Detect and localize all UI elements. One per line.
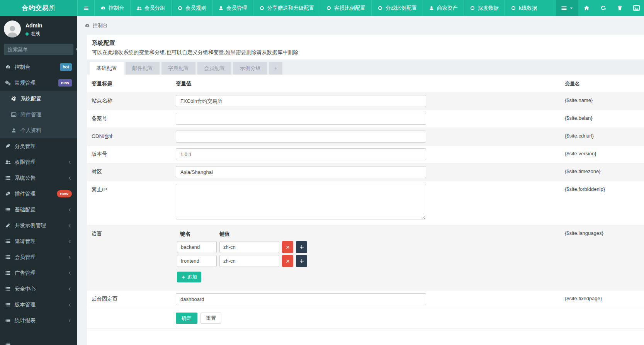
user-avatar-button[interactable] bbox=[628, 0, 644, 16]
trash-button[interactable] bbox=[612, 0, 628, 16]
sidebar-item-插件管理[interactable]: 插件管理new bbox=[0, 186, 77, 202]
sidebar-item-常规管理[interactable]: 常规管理new bbox=[0, 75, 77, 91]
config-tabs: 基础配置邮件配置字典配置会员配置示例分组+ bbox=[87, 59, 644, 75]
home-button[interactable] bbox=[578, 0, 595, 16]
gear-icon bbox=[11, 96, 17, 102]
nav-item-0[interactable]: 控制台 bbox=[94, 0, 130, 16]
tabs-list-dropdown[interactable] bbox=[556, 0, 578, 16]
row-label: CDN地址 bbox=[87, 128, 176, 145]
panel-heading: 系统配置 可以在此增改系统的变量和分组,也可以自定义分组和变量,如果需要删除请从… bbox=[87, 35, 644, 59]
sidebar-item-开发示例管理[interactable]: 开发示例管理 bbox=[0, 218, 77, 233]
page-description: 可以在此增改系统的变量和分组,也可以自定义分组和变量,如果需要删除请从数据库中删… bbox=[92, 49, 639, 56]
nav-item-4[interactable]: 分享赠送和升级配置 bbox=[253, 0, 320, 16]
config-input-备案号[interactable] bbox=[176, 113, 426, 125]
tab-邮件配置[interactable]: 邮件配置 bbox=[126, 62, 160, 75]
kv-key-input[interactable] bbox=[177, 241, 217, 253]
table-row-禁止IP: 禁止IP{$site.forbiddenip} bbox=[87, 181, 644, 225]
sidebar-item-个人资料[interactable]: 个人资料 bbox=[0, 122, 77, 138]
sidebar-item-广告管理[interactable]: 广告管理 bbox=[0, 265, 77, 281]
submit-button[interactable]: 确定 bbox=[176, 313, 197, 324]
delete-row-button[interactable] bbox=[282, 255, 293, 267]
move-row-button[interactable] bbox=[296, 241, 307, 253]
hamburger-icon bbox=[83, 5, 89, 11]
config-input-后台固定页[interactable] bbox=[176, 293, 426, 305]
sidebar-item-分类管理[interactable]: 分类管理 bbox=[0, 138, 77, 154]
sidebar-item-权限管理[interactable]: 权限管理 bbox=[0, 154, 77, 170]
row-label: 禁止IP bbox=[87, 181, 176, 225]
tab-会员配置[interactable]: 会员配置 bbox=[197, 62, 231, 75]
chevron-left-icon bbox=[68, 255, 72, 259]
sidebar-item-label: 系统配置 bbox=[20, 95, 41, 102]
sidebar-item-系统公告[interactable]: 系统公告 bbox=[0, 170, 77, 186]
user-status[interactable]: 在线 bbox=[25, 31, 42, 37]
sidebar-item-版本管理[interactable]: 版本管理 bbox=[0, 297, 77, 313]
append-button[interactable]: 追加 bbox=[177, 272, 201, 282]
sidebar-item-label: 插件管理 bbox=[15, 190, 36, 197]
sidebar-item-附件管理[interactable]: 附件管理 bbox=[0, 107, 77, 122]
sidebar-menu: 控制台hot常规管理new系统配置附件管理个人资料分类管理权限管理系统公告插件管… bbox=[0, 59, 77, 345]
nav-item-label: 商家资产 bbox=[437, 5, 458, 12]
nav-item-1[interactable]: 会员分组 bbox=[130, 0, 171, 16]
kv-value-input[interactable] bbox=[219, 241, 279, 253]
sidebar-item-控制台[interactable]: 控制台hot bbox=[0, 59, 77, 75]
list-icon bbox=[5, 207, 11, 212]
nav-item-5[interactable]: 客损比例配置 bbox=[320, 0, 371, 16]
nav-item-7[interactable]: 商家资产 bbox=[423, 0, 464, 16]
tab-字典配置[interactable]: 字典配置 bbox=[161, 62, 195, 75]
config-textarea-禁止IP[interactable] bbox=[176, 184, 426, 219]
sidebar-item-系统配置[interactable]: 系统配置 bbox=[0, 91, 77, 107]
table-row-站点名称: 站点名称{$site.name} bbox=[87, 92, 644, 110]
nav-item-6[interactable]: 分成比例配置 bbox=[371, 0, 423, 16]
refresh-button[interactable] bbox=[595, 0, 612, 16]
table-row-后台固定页: 后台固定页{$site.fixedpage} bbox=[87, 291, 644, 308]
nav-item-8[interactable]: 深度数据 bbox=[464, 0, 505, 16]
image-icon bbox=[11, 112, 17, 117]
config-input-站点名称[interactable] bbox=[176, 95, 426, 107]
search-input[interactable] bbox=[8, 47, 76, 53]
users-icon bbox=[136, 5, 142, 11]
chevron-left-icon bbox=[68, 271, 72, 275]
sidebar-item-安全中心[interactable]: 安全中心 bbox=[0, 281, 77, 297]
sidebar-item-partial[interactable] bbox=[0, 337, 77, 345]
kv-key-input[interactable] bbox=[177, 255, 217, 267]
add-tab-button[interactable]: + bbox=[269, 62, 282, 75]
sidebar-item-会员管理[interactable]: 会员管理 bbox=[0, 249, 77, 265]
sidebar-item-label: 版本管理 bbox=[15, 301, 36, 308]
sidebar-toggle-button[interactable] bbox=[77, 0, 94, 16]
sidebar-item-统计报表[interactable]: 统计报表 bbox=[0, 313, 77, 328]
page-title: 系统配置 bbox=[92, 39, 639, 47]
config-input-版本号[interactable] bbox=[176, 148, 426, 160]
rocket-icon bbox=[5, 191, 11, 197]
col-header-title: 变量标题 bbox=[87, 75, 176, 92]
sidebar-item-基础配置[interactable]: 基础配置 bbox=[0, 202, 77, 218]
chevron-left-icon bbox=[68, 224, 72, 228]
breadcrumb-label[interactable]: 控制台 bbox=[93, 22, 108, 29]
sidebar-item-label: 安全中心 bbox=[15, 286, 36, 292]
table-row-时区: 时区{$site.timezone} bbox=[87, 163, 644, 181]
row-var-name: {$site.name} bbox=[564, 92, 644, 110]
nav-item-3[interactable]: 会员管理 bbox=[212, 0, 253, 16]
main-content: 控制台 系统配置 可以在此增改系统的变量和分组,也可以自定义分组和变量,如果需要… bbox=[77, 16, 644, 345]
row-label: 版本号 bbox=[87, 146, 176, 163]
move-row-button[interactable] bbox=[296, 255, 307, 267]
circle-icon bbox=[377, 5, 383, 11]
table-row-备案号: 备案号{$site.beian} bbox=[87, 110, 644, 128]
config-input-CDN地址[interactable] bbox=[176, 131, 426, 143]
chevron-left-icon bbox=[68, 287, 72, 291]
brand-logo[interactable]: 合约交易所 bbox=[0, 0, 77, 16]
sidebar-item-邀请管理[interactable]: 邀请管理 bbox=[0, 233, 77, 249]
nav-item-9[interactable]: k线数据 bbox=[505, 0, 543, 16]
config-input-时区[interactable] bbox=[176, 166, 426, 178]
reset-button[interactable]: 重置 bbox=[201, 313, 221, 324]
tab-基础配置[interactable]: 基础配置 bbox=[90, 62, 124, 75]
delete-row-button[interactable] bbox=[282, 241, 293, 253]
list-icon bbox=[5, 286, 11, 292]
tab-示例分组[interactable]: 示例分组 bbox=[233, 62, 267, 75]
kv-value-input[interactable] bbox=[219, 255, 279, 267]
nav-item-2[interactable]: 会员规则 bbox=[171, 0, 212, 16]
nav-item-label: 会员分组 bbox=[144, 5, 165, 12]
avatar[interactable] bbox=[4, 20, 21, 37]
chevron-left-icon bbox=[68, 240, 72, 243]
kv-editor: 键名键值追加 bbox=[176, 231, 564, 287]
kv-row bbox=[177, 255, 564, 267]
